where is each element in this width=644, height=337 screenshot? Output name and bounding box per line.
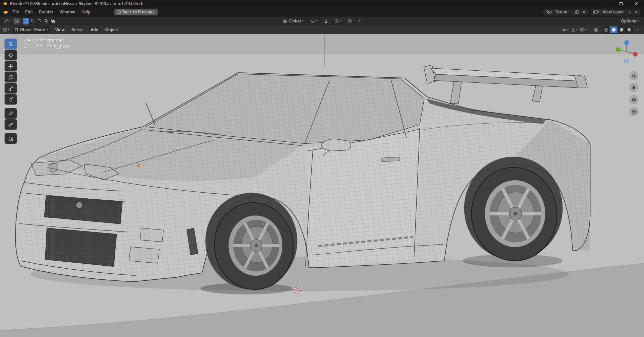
- scene-name[interactable]: Scene: [553, 10, 574, 14]
- snap-target-dropdown[interactable]: ▾: [332, 18, 344, 24]
- chevron-down-icon: ▾: [316, 20, 318, 22]
- object-visibility-dropdown[interactable]: ▾: [561, 26, 569, 33]
- tool-annotate[interactable]: [5, 108, 17, 119]
- tool-transform[interactable]: [5, 94, 17, 105]
- chevron-down-icon: ▾: [576, 28, 578, 31]
- close-button[interactable]: ×: [629, 0, 644, 7]
- tool-cursor[interactable]: [5, 50, 17, 60]
- magnifier-icon: [631, 73, 636, 78]
- active-tool-button[interactable]: [13, 18, 21, 24]
- transform-orientation-dropdown[interactable]: Global ▾: [280, 18, 306, 24]
- menu-window[interactable]: Window: [56, 9, 78, 15]
- add-view-layer-button[interactable]: [626, 9, 633, 15]
- chevron-down-icon: ▾: [359, 20, 360, 22]
- select-mode-set-button[interactable]: [23, 18, 29, 24]
- shading-rendered-button[interactable]: [625, 26, 633, 33]
- axis-z-handle: [624, 40, 629, 45]
- mode-dropdown[interactable]: Object Mode ▾: [12, 26, 50, 33]
- select-mode-subtract-button[interactable]: [36, 18, 43, 24]
- x-icon: ×: [582, 10, 586, 14]
- menu-file[interactable]: File: [9, 9, 22, 15]
- pan-button[interactable]: [629, 83, 638, 92]
- menu-render[interactable]: Render: [36, 9, 56, 15]
- tool-rotate[interactable]: [5, 72, 17, 82]
- tool-add-cube[interactable]: [5, 133, 17, 144]
- snap-toggle-button[interactable]: [322, 18, 330, 24]
- pivot-point-dropdown[interactable]: ▾: [308, 18, 320, 24]
- zoom-button[interactable]: [629, 71, 638, 80]
- select-extend-icon: [31, 19, 35, 23]
- duplicate-icon: [575, 10, 579, 14]
- chevron-down-icon: ▾: [637, 20, 639, 22]
- shading-solid-button[interactable]: [610, 26, 618, 33]
- select-box-icon: [15, 19, 19, 23]
- tool-settings-icon: [3, 19, 8, 23]
- annotate-pen-icon: [8, 111, 13, 116]
- select-mode-intersect-button[interactable]: [50, 18, 56, 24]
- perspective-toggle-button[interactable]: [629, 107, 638, 116]
- tool-move[interactable]: [5, 61, 17, 71]
- view-layer-selector: ▾ View Layer ×: [591, 9, 640, 15]
- shading-material-button[interactable]: [618, 26, 625, 33]
- editor-type-tool-button[interactable]: ▾: [3, 18, 11, 24]
- xray-toggle[interactable]: [592, 26, 600, 33]
- shading-wireframe-button[interactable]: [602, 26, 610, 33]
- select-mode-extend-button[interactable]: [30, 18, 36, 24]
- chevron-down-icon: ▾: [8, 28, 9, 31]
- menu-view[interactable]: View: [52, 26, 68, 33]
- gizmos-dropdown[interactable]: ▾: [570, 26, 578, 33]
- globe-icon: [283, 19, 287, 23]
- unlink-scene-button[interactable]: ×: [581, 9, 587, 15]
- chevron-down-icon: ▾: [302, 20, 304, 22]
- rendered-sphere-icon: [627, 27, 632, 32]
- proportional-falloff-dropdown[interactable]: ▾: [356, 18, 363, 24]
- editor-type-button[interactable]: ▾: [2, 26, 10, 33]
- view-layer-icon: [593, 10, 598, 14]
- browse-view-layer-button[interactable]: ▾: [591, 10, 600, 14]
- transform-settings-cluster: Global ▾ ▾ ▾: [280, 18, 363, 24]
- select-mode-invert-button[interactable]: [43, 18, 49, 24]
- shading-dropdown[interactable]: ▾: [634, 26, 641, 33]
- view-layer-name[interactable]: View Layer: [600, 10, 626, 14]
- browse-scene-button[interactable]: ▾: [544, 10, 553, 14]
- proportional-editing-toggle[interactable]: [346, 18, 354, 24]
- topbar-right-cluster: ▾ Scene × ▾ View Layer: [544, 9, 641, 15]
- chevron-down-icon: ▾: [585, 28, 587, 31]
- viewport-editor-icon: [3, 27, 7, 32]
- camera-icon: [631, 97, 636, 102]
- cursor-icon: [8, 53, 13, 58]
- magnet-icon: [324, 19, 328, 23]
- maximize-button[interactable]: [613, 0, 629, 7]
- overlays-dropdown[interactable]: ▾: [579, 26, 587, 33]
- options-dropdown[interactable]: Options ▾: [619, 18, 641, 24]
- chevron-down-icon: ▾: [567, 28, 569, 31]
- navigation-gizmo[interactable]: [614, 38, 639, 66]
- scene-canvas[interactable]: [0, 34, 644, 337]
- measure-ruler-icon: [8, 122, 13, 127]
- axis-gizmo[interactable]: [616, 40, 638, 63]
- back-to-previous-button[interactable]: Back to Previous: [114, 9, 158, 15]
- new-scene-button[interactable]: [574, 9, 581, 15]
- menu-select[interactable]: Select: [68, 26, 87, 33]
- ortho-grid-icon: [631, 109, 636, 114]
- menu-edit[interactable]: Edit: [22, 9, 36, 15]
- minimize-button[interactable]: [598, 0, 613, 7]
- tool-settings-bar: ▾ Global ▾: [0, 17, 644, 25]
- shading-mode-group: [602, 26, 633, 33]
- menu-object[interactable]: Object: [102, 26, 121, 33]
- material-sphere-icon: [619, 27, 624, 32]
- blender-app-icon[interactable]: [3, 9, 8, 15]
- chevron-down-icon: ▾: [551, 11, 552, 13]
- tool-measure[interactable]: [5, 119, 17, 130]
- 3d-viewport[interactable]: User Orthographic (26) Body | front_glas…: [0, 34, 644, 337]
- tool-select-box[interactable]: [5, 39, 17, 49]
- remove-view-layer-button[interactable]: ×: [633, 9, 640, 15]
- select-subtract-icon: [38, 19, 42, 23]
- menu-add[interactable]: Add: [88, 26, 101, 33]
- camera-view-button[interactable]: [629, 95, 638, 104]
- select-mode-group: [23, 18, 56, 24]
- chevron-down-icon: ▾: [47, 28, 48, 31]
- proportional-editing-icon: [347, 19, 352, 23]
- menu-help[interactable]: Help: [78, 9, 93, 15]
- tool-scale[interactable]: [5, 83, 17, 93]
